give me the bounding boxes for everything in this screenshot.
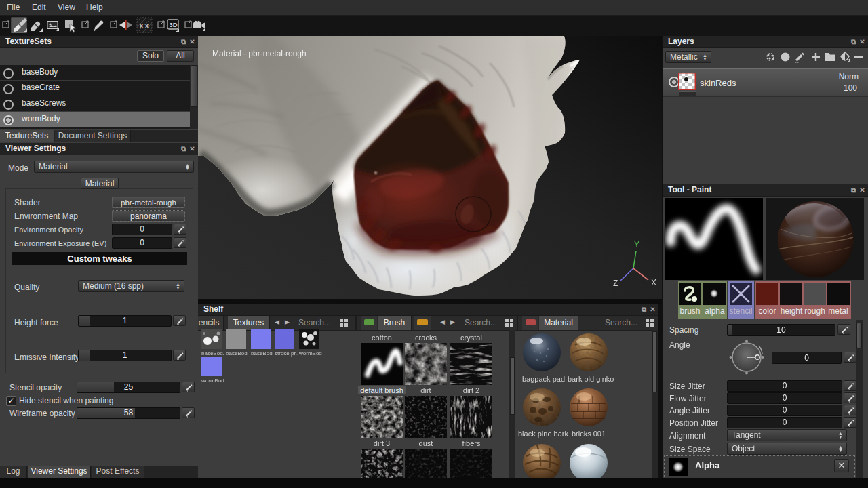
svg-text:x: x [140, 22, 143, 29]
svg-text:x: x [145, 22, 149, 29]
svg-text:Y: Y [634, 240, 639, 249]
svg-text:Z: Z [613, 279, 618, 288]
svg-text:Material - pbr-metal-rough: Material - pbr-metal-rough [212, 49, 307, 58]
svg-text:3D: 3D [170, 21, 178, 28]
svg-text:X: X [651, 278, 656, 287]
